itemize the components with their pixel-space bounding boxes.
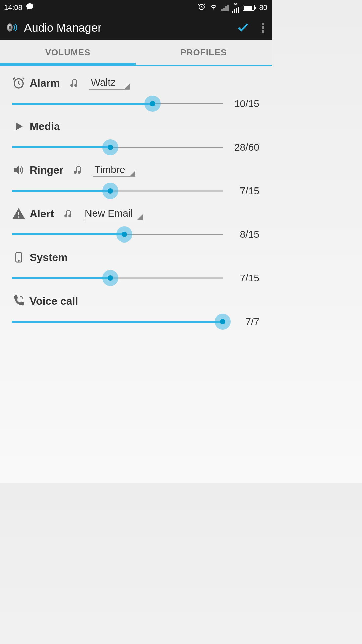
- confirm-button[interactable]: [236, 21, 250, 34]
- channel-label: Alarm: [29, 77, 60, 89]
- alarm-status-icon: [198, 3, 206, 13]
- volume-value: 7/15: [229, 185, 259, 197]
- tab-volumes-label: VOLUMES: [45, 47, 91, 58]
- tone-value: New Email: [83, 207, 143, 220]
- status-time: 14:08: [4, 3, 22, 12]
- music-note-icon: [63, 207, 76, 220]
- volume-slider-alarm[interactable]: [12, 97, 223, 110]
- volume-value: 8/15: [229, 229, 259, 240]
- tone-selector-alarm[interactable]: Waltz: [89, 76, 130, 90]
- channel-label: Media: [29, 120, 60, 133]
- wifi-icon: [209, 2, 218, 13]
- volume-value: 10/15: [229, 98, 259, 109]
- dropdown-corner-icon: [130, 171, 135, 176]
- tab-volumes[interactable]: VOLUMES: [0, 40, 136, 65]
- channel-label: Alert: [29, 208, 54, 220]
- channel-label: System: [29, 251, 68, 264]
- volume-slider-system[interactable]: [12, 271, 223, 285]
- phone-device-icon: [12, 251, 25, 264]
- tab-profiles-label: PROFILES: [180, 47, 227, 58]
- channel-media: Media28/60: [12, 120, 259, 154]
- volume-value: 28/60: [229, 142, 259, 153]
- volume-slider-voicecall[interactable]: [12, 315, 223, 328]
- tab-profiles[interactable]: PROFILES: [136, 40, 272, 65]
- speaker-icon: [12, 163, 25, 177]
- dropdown-corner-icon: [124, 84, 130, 89]
- channel-label: Voice call: [29, 295, 78, 307]
- channel-system: System7/15: [12, 251, 259, 285]
- channel-label: Ringer: [29, 164, 63, 176]
- channel-alarm: AlarmWaltz10/15: [12, 76, 259, 110]
- app-bar: Audio Manager: [0, 15, 272, 40]
- channel-voicecall: Voice call7/7: [12, 294, 259, 328]
- svg-point-2: [9, 26, 11, 29]
- chat-notification-icon: [26, 3, 34, 13]
- content-area: AlarmWaltz10/15Media28/60RingerTimbre7/1…: [0, 66, 272, 348]
- volume-slider-media[interactable]: [12, 141, 223, 154]
- battery-level: 80: [259, 3, 267, 12]
- volume-value: 7/7: [229, 316, 259, 327]
- music-note-icon: [72, 163, 85, 177]
- dropdown-corner-icon: [137, 214, 143, 220]
- play-icon: [12, 120, 25, 133]
- channel-ringer: RingerTimbre7/15: [12, 163, 259, 198]
- phone-call-icon: [12, 294, 25, 308]
- channel-alert: AlertNew Email8/15: [12, 207, 259, 241]
- status-bar: 14:08 4G 80: [0, 0, 272, 15]
- speaker-app-icon: [5, 21, 19, 34]
- app-title: Audio Manager: [24, 21, 231, 34]
- warning-icon: [12, 207, 25, 220]
- tone-selector-ringer[interactable]: Timbre: [93, 163, 135, 177]
- tone-selector-alert[interactable]: New Email: [83, 207, 143, 220]
- tone-value: Waltz: [89, 76, 130, 90]
- volume-value: 7/15: [229, 272, 259, 284]
- volume-slider-alert[interactable]: [12, 228, 223, 241]
- tone-value: Timbre: [93, 163, 135, 177]
- volume-slider-ringer[interactable]: [12, 184, 223, 198]
- battery-icon: [243, 5, 255, 11]
- signal-weak-icon: [221, 4, 229, 11]
- svg-point-5: [18, 260, 19, 261]
- overflow-menu-button[interactable]: [262, 23, 264, 33]
- music-note-icon: [69, 76, 82, 90]
- alarm-clock-icon: [12, 76, 25, 90]
- signal-4g-icon: 4G: [232, 3, 239, 13]
- tab-bar: VOLUMES PROFILES: [0, 40, 272, 66]
